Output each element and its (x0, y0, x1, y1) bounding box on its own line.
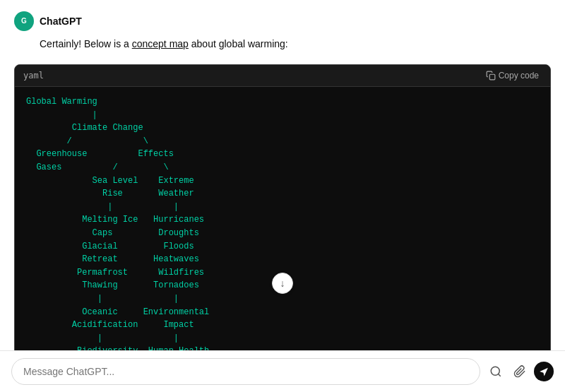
chat-container: G ChatGPT Certainly! Below is a concept … (0, 0, 565, 350)
search-button[interactable] (486, 362, 506, 381)
attachment-button[interactable] (510, 362, 530, 381)
sender-name: ChatGPT (40, 16, 82, 27)
copy-label: Copy code (499, 71, 539, 81)
main-content: G ChatGPT Certainly! Below is a concept … (0, 0, 565, 350)
send-button[interactable] (534, 362, 554, 381)
code-block-wrapper: yaml Copy code Global Warming | Climate … (14, 64, 551, 350)
message-block: G ChatGPT Certainly! Below is a concept … (14, 11, 551, 350)
copy-button[interactable]: Copy code (483, 69, 542, 82)
scroll-down-button[interactable]: ↓ (272, 273, 293, 294)
avatar: G (14, 11, 34, 31)
input-area (0, 350, 565, 392)
svg-line-4 (498, 374, 500, 376)
svg-rect-2 (489, 74, 495, 80)
code-block-header: yaml Copy code (15, 65, 550, 87)
message-text: Certainly! Below is a concept map about … (14, 37, 551, 52)
input-actions (486, 362, 554, 381)
message-header: G ChatGPT (14, 11, 551, 31)
scroll-down-icon: ↓ (280, 278, 285, 289)
concept-map-link[interactable]: concept map (132, 38, 189, 49)
svg-point-3 (491, 367, 499, 375)
svg-text:G: G (21, 17, 27, 25)
message-input[interactable] (11, 358, 480, 385)
code-lang: yaml (23, 71, 44, 81)
avatar-icon: G (18, 15, 30, 28)
code-block-content: Global Warming | Climate Change / \ Gree… (15, 87, 550, 350)
